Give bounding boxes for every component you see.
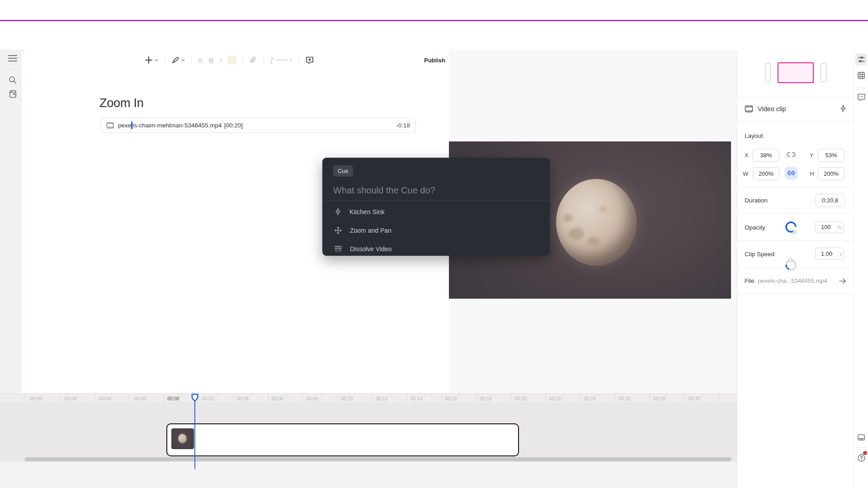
scenes-tab[interactable] — [857, 71, 865, 80]
ruler-tick[interactable]: 00:18 — [476, 394, 511, 403]
film-icon — [745, 105, 753, 113]
video-file-card[interactable]: pexels-chaim-mehlman-5346455.mp4 [00:20]… — [100, 118, 416, 133]
ruler-tick[interactable]: 00:26 — [615, 394, 650, 403]
comment-button[interactable] — [305, 56, 314, 65]
duration-input[interactable]: 0:20.8 — [815, 194, 845, 207]
selected-layer[interactable] — [778, 62, 814, 83]
clip-effects-button[interactable] — [839, 104, 847, 113]
ruler-tick[interactable]: 00:10 — [337, 394, 372, 403]
timeline-area: -00:08-00:06-00:04-00:0200:0000:0200:040… — [0, 393, 737, 488]
sidebar-toggle-button[interactable] — [8, 55, 18, 62]
cue-item-kitchen-sink[interactable]: Kitchen Sink — [322, 202, 550, 221]
cue-popup: Cue What should the Cue do? Kitchen Sink… — [322, 158, 550, 256]
move-icon — [334, 226, 342, 235]
layer-side-right[interactable] — [821, 63, 826, 82]
x-label: X — [745, 152, 749, 159]
right-rail-bottom-divider — [856, 447, 866, 448]
ruler-tick[interactable]: 00:14 — [407, 394, 442, 403]
layout-section-title: Layout — [745, 132, 763, 139]
x-input[interactable]: 38% — [753, 149, 779, 162]
clip-speed-input[interactable]: 1.00 x — [815, 248, 844, 260]
file-duration-tag: [00:20] — [224, 122, 243, 129]
publish-button[interactable]: Publish — [424, 57, 445, 64]
search-button[interactable] — [8, 75, 17, 84]
insert-button[interactable] — [145, 56, 158, 64]
timeline-clip[interactable] — [166, 423, 519, 456]
ruler-tick[interactable]: 00:22 — [546, 394, 580, 403]
notification-dot — [863, 451, 867, 455]
ruler-tick[interactable]: -00:02 — [129, 394, 164, 403]
scene-layer-selector — [737, 62, 854, 83]
window-top-strip — [0, 0, 868, 20]
ruler-tick[interactable]: -00:06 — [60, 394, 94, 403]
timeline-ruler-segments: -00:08-00:06-00:04-00:0200:0000:0200:040… — [25, 394, 733, 403]
file-name-pre: pexe — [118, 122, 131, 129]
h-input[interactable]: 200% — [818, 167, 844, 180]
write-tools-button[interactable] — [171, 56, 185, 64]
doc-toolbar: S B I s — [145, 54, 314, 66]
duration-label: Duration — [745, 197, 768, 204]
drawer-toggle-button[interactable] — [857, 434, 865, 441]
inspector-panel: Video clip Layout X 38% Y 53% W 200% H 2… — [737, 50, 854, 488]
opacity-input[interactable]: 100 % — [815, 221, 844, 233]
cue-item-dissolve-video[interactable]: Dissolve Video — [322, 239, 550, 258]
italic-button[interactable]: I — [220, 56, 222, 64]
right-rail — [854, 50, 868, 488]
timeline-ruler[interactable]: -00:08-00:06-00:04-00:0200:0000:0200:040… — [0, 394, 737, 403]
ruler-tick[interactable]: 00:12 — [372, 394, 407, 403]
attach-button[interactable] — [249, 56, 257, 64]
opacity-value: 100 — [821, 224, 831, 230]
ruler-tick[interactable]: 00:16 — [442, 394, 476, 403]
cue-item-zoom-and-pan[interactable]: Zoom and Pan — [322, 221, 550, 239]
cue-input-placeholder[interactable]: What should the Cue do? — [333, 185, 435, 196]
ruler-tick[interactable]: 00:28 — [650, 394, 684, 403]
h-label: H — [810, 170, 814, 177]
bold-button[interactable]: B — [209, 56, 214, 64]
playhead-marker[interactable] — [191, 394, 198, 402]
gap-s-label: s — [290, 58, 292, 63]
layer-side-left[interactable] — [765, 63, 771, 82]
highlight-button[interactable] — [228, 56, 236, 64]
properties-tab[interactable] — [855, 53, 867, 65]
cue-badge: Cue — [333, 165, 353, 177]
left-rail-divider — [5, 69, 20, 69]
clip-speed-dial[interactable] — [785, 259, 797, 271]
notes-button[interactable] — [8, 89, 17, 99]
shorten-gap-button[interactable]: s — [270, 56, 292, 64]
zap-icon — [334, 208, 342, 216]
moon-image — [556, 179, 637, 266]
doc-heading[interactable]: Zoom In — [99, 96, 144, 110]
ruler-tick[interactable]: -00:08 — [25, 394, 60, 403]
ruler-tick[interactable]: -00:04 — [94, 394, 129, 403]
file-label: File: — [745, 277, 756, 284]
playhead-line[interactable] — [194, 401, 195, 469]
cue-item-label: Kitchen Sink — [349, 208, 385, 216]
strikethrough-button[interactable]: S — [198, 56, 203, 64]
ruler-tick[interactable]: 00:20 — [511, 394, 546, 403]
y-input[interactable]: 53% — [818, 149, 844, 162]
ruler-tick[interactable]: 00:04 — [233, 394, 268, 403]
w-input[interactable]: 200% — [753, 167, 779, 180]
ruler-tick[interactable]: 00:08 — [302, 394, 337, 403]
clip-speed-suffix: x — [840, 251, 842, 257]
ruler-tick[interactable]: 00:30 — [684, 394, 719, 403]
position-link-button[interactable] — [786, 150, 797, 159]
ruler-tick[interactable]: 00:06 — [268, 394, 303, 403]
ruler-tick[interactable]: 00:02 — [198, 394, 233, 403]
size-link-button[interactable] — [785, 167, 797, 179]
cue-item-label: Zoom and Pan — [350, 227, 392, 234]
file-row[interactable]: File: pexels-cha...5346455.mp4 — [745, 277, 847, 284]
ruler-tick-tail — [719, 394, 733, 403]
timeline-scrollbar[interactable] — [25, 457, 731, 461]
opacity-dial[interactable] — [785, 221, 797, 233]
clip-speed-label: Clip Speed — [745, 251, 774, 258]
ruler-tick[interactable]: 00:24 — [580, 394, 615, 403]
help-button[interactable] — [857, 454, 866, 462]
comments-tab[interactable] — [857, 93, 866, 101]
opacity-suffix: % — [837, 225, 842, 230]
thumbnail-moon — [178, 434, 187, 443]
timeline-bottom-gutter — [0, 462, 737, 488]
cue-divider — [322, 200, 550, 201]
cue-item-label: Dissolve Video — [350, 245, 392, 253]
video-clip-title: Video clip — [758, 105, 786, 113]
